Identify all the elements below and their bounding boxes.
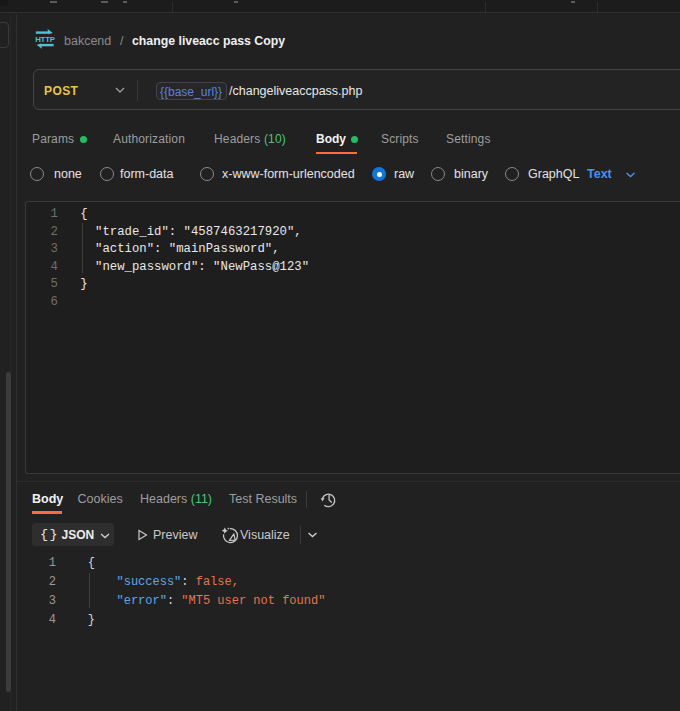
svg-text:HTTP: HTTP [35, 35, 55, 44]
